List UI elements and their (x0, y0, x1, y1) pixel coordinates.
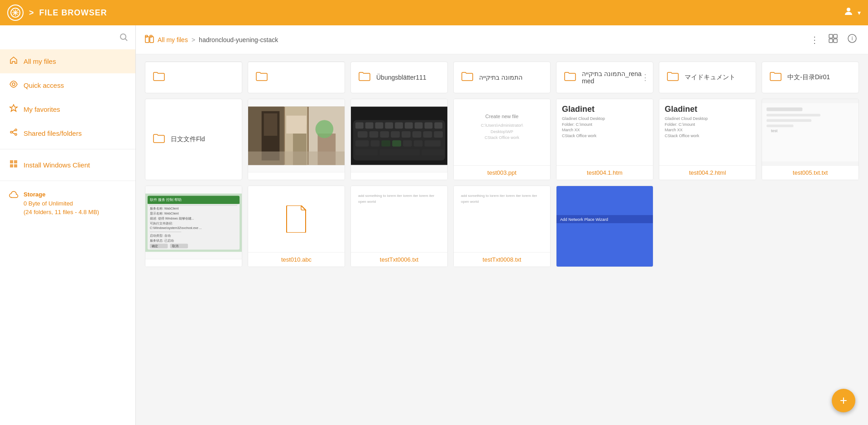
svg-text:服务名称: WabClient: 服务名称: WabClient (150, 207, 179, 210)
header-left: > FILE BROWSER (7, 5, 107, 21)
file-windows-screenshot[interactable]: 软件 服务 控制 帮助 服务名称: WabClient 显示名称: WebCli… (145, 186, 242, 267)
gladinet-logo: Gladinet (562, 105, 595, 114)
grid-view-button[interactable] (826, 32, 840, 48)
plus-icon: + (840, 393, 847, 408)
sidebar-label-all-my-files: All my files (24, 57, 56, 65)
folder-hebrew1[interactable]: התמונה בתיקייה (453, 62, 551, 93)
sidebar-label-install-windows: Install Windows Client (24, 161, 90, 169)
sidebar-item-my-favorites[interactable]: My favorites (0, 97, 135, 121)
sidebar-divider-2 (0, 181, 135, 181)
svg-rect-43 (415, 122, 423, 129)
svg-rect-14 (145, 37, 149, 43)
svg-rect-52 (423, 131, 432, 138)
folder-name: 中文-目录Dir01 (787, 73, 830, 81)
user-dropdown-arrow[interactable]: ▾ (858, 9, 861, 16)
header: > FILE BROWSER ▾ (0, 0, 868, 25)
svg-rect-16 (150, 37, 153, 43)
sidebar-item-install-windows[interactable]: Install Windows Client (0, 153, 135, 177)
svg-rect-19 (834, 34, 837, 38)
header-arrow: > (29, 8, 34, 18)
folder-icon (153, 133, 165, 147)
svg-rect-55 (371, 140, 380, 146)
svg-rect-49 (391, 131, 400, 138)
file-label: testTxt0008.txt (454, 252, 550, 267)
sidebar-item-shared-files[interactable]: Shared files/folders (0, 121, 135, 145)
file-testTxt0006[interactable]: add something to lorem iter lorem iter l… (350, 186, 448, 267)
file-test005-txt[interactable]: test test005.txt.txt (762, 99, 859, 180)
svg-rect-48 (380, 131, 389, 138)
svg-rect-67 (767, 108, 802, 111)
breadcrumb-actions: ⋮ i (808, 32, 859, 48)
svg-text:可执行文件路径:: 可执行文件路径: (150, 221, 173, 224)
file-test010-abc[interactable]: test010.abc (248, 186, 345, 267)
breadcrumb-bar: All my files > hadroncloud-yuening-cstac… (136, 25, 868, 54)
file-thumbnail: 软件 服务 控制 帮助 服务名称: WabClient 显示名称: WebCli… (145, 186, 242, 259)
svg-rect-12 (10, 164, 13, 167)
svg-text:取消: 取消 (172, 244, 178, 248)
svg-text:服务状态: 已启动: 服务状态: 已启动 (150, 239, 174, 242)
file-test003-ppt[interactable]: Create new file C:\Users\Administrator\D… (453, 99, 551, 180)
sidebar-label-my-favorites: My favorites (24, 105, 60, 113)
folder-name: 日文文件Fld (171, 135, 205, 143)
file-test004-2-html[interactable]: Gladinet Gladinet Cloud Desktop Folder: … (659, 99, 756, 180)
breadcrumb-icon (145, 34, 154, 45)
sidebar-divider (0, 149, 135, 149)
svg-text:软件 服务 控制 帮助: 软件 服务 控制 帮助 (150, 198, 182, 202)
svg-text:i: i (852, 35, 853, 42)
file-thumbnail (351, 99, 447, 172)
folder-japanese[interactable]: マイドキュメント (659, 62, 756, 93)
search-icon[interactable] (119, 33, 128, 44)
svg-rect-42 (405, 122, 413, 129)
svg-point-4 (12, 83, 15, 86)
folder-ubungsblatter[interactable]: Übungsblätter111 (350, 62, 448, 93)
svg-rect-51 (412, 131, 422, 138)
more-options-button[interactable]: ⋮ (808, 33, 821, 47)
svg-rect-58 (403, 140, 412, 146)
folder-card[interactable] (248, 62, 345, 93)
folder-japanese-fld[interactable]: 日文文件Fld (145, 99, 242, 180)
sidebar-item-quick-access[interactable]: Quick access (0, 73, 135, 97)
sidebar-storage: Storage 0 Byte of Unlimited (24 folders,… (0, 185, 135, 222)
folder-name: התמונה בתיקייה_renamed (582, 70, 646, 85)
svg-text:启动类型: 自动: 启动类型: 自动 (150, 234, 171, 237)
folder-hebrew-renamed[interactable]: התמונה בתיקייה_renamed ⋮ (556, 62, 653, 93)
breadcrumb-root[interactable]: All my files (158, 36, 188, 43)
file-thumbnail (248, 99, 345, 172)
file-test004-1-htm[interactable]: Gladinet Gladinet Cloud Desktop Folder: … (556, 99, 653, 180)
breadcrumb-sub: hadroncloud-yuening-cstack (199, 36, 278, 43)
svg-rect-18 (829, 34, 833, 38)
breadcrumb-separator: > (192, 36, 195, 43)
svg-rect-68 (767, 114, 820, 116)
svg-rect-11 (14, 160, 17, 163)
user-account-button[interactable] (843, 6, 854, 19)
svg-rect-53 (434, 131, 443, 138)
folder-menu-button[interactable]: ⋮ (641, 72, 649, 82)
file-add-network-wizard[interactable]: Add Network Place Wizard (556, 186, 653, 267)
share-icon (9, 128, 18, 139)
svg-line-9 (12, 133, 15, 134)
gladinet-text: Gladinet Cloud Desktop Folder: C:\mount … (562, 116, 605, 138)
file-thumbnail: Add Network Place Wizard (556, 186, 653, 267)
svg-line-3 (125, 39, 128, 41)
sidebar-item-all-my-files[interactable]: All my files (0, 49, 135, 73)
svg-rect-59 (414, 140, 423, 146)
info-button[interactable]: i (845, 32, 859, 48)
svg-rect-41 (395, 122, 403, 129)
svg-point-33 (316, 120, 334, 138)
folder-card[interactable] (145, 62, 242, 93)
file-img-room[interactable] (248, 99, 345, 180)
svg-rect-27 (264, 113, 278, 136)
file-preview-area: add something to lorem iter lorem iter l… (454, 186, 550, 252)
file-testTxt0008[interactable]: add something to lorem iter lorem iter l… (453, 186, 551, 267)
folder-chinese[interactable]: 中文-目录Dir01 (762, 62, 859, 93)
storage-usage: 0 Byte of Unlimited (24, 199, 99, 208)
svg-rect-13 (14, 164, 17, 167)
file-img-keyboard[interactable] (350, 99, 448, 180)
file-label (351, 172, 447, 180)
sidebar-label-quick-access: Quick access (24, 81, 64, 89)
add-fab-button[interactable]: + (832, 389, 855, 412)
gladinet-logo: Gladinet (665, 105, 697, 114)
svg-rect-69 (767, 119, 811, 122)
svg-text:C:\Windows\system32\svchost.ex: C:\Windows\system32\svchost.exe ... (150, 226, 202, 229)
svg-text:确定: 确定 (151, 244, 158, 248)
